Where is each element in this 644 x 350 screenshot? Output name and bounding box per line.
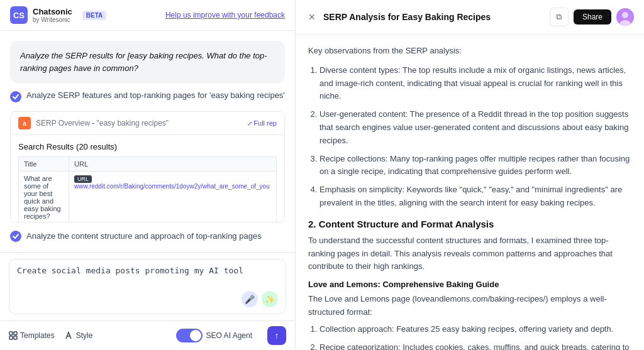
col-url: URL xyxy=(69,157,277,172)
serp-card-body: Search Results (20 results) Title URL Wh… xyxy=(11,135,284,222)
beta-badge: BETA xyxy=(82,11,106,20)
seo-toggle-label: SEO AI Agent xyxy=(206,331,252,340)
brand-name: Chatsonic xyxy=(33,7,72,16)
ai-icon[interactable]: ✨ xyxy=(262,291,278,307)
check-icon-2 xyxy=(13,233,19,239)
input-area: 🎤 ✨ xyxy=(0,252,295,320)
subsection1-title: Love and Lemons: Comprehensive Baking Gu… xyxy=(308,280,631,289)
observation-3: Recipe collections: Many top-ranking pag… xyxy=(319,153,631,179)
avatar xyxy=(616,8,634,26)
header: CS Chatsonic by Writesonic BETA Help us … xyxy=(0,0,295,31)
serp-card: a SERP Overview - "easy baking recipes" … xyxy=(10,111,285,222)
expand-icon: ⤢ xyxy=(247,120,252,127)
step-icon-2 xyxy=(10,231,21,242)
full-rep-button[interactable]: ⤢ Full rep xyxy=(247,119,277,127)
observation-4: Emphasis on simplicity: Keywords like "q… xyxy=(319,183,631,210)
input-box: 🎤 ✨ xyxy=(9,259,286,314)
ahrefs-icon: a xyxy=(18,117,31,129)
svg-rect-3 xyxy=(14,336,17,339)
style-button[interactable]: Style xyxy=(65,331,93,340)
templates-icon xyxy=(9,331,18,340)
user-message: Analyze the SERP results for [easy bakin… xyxy=(10,41,285,83)
right-panel: ✕ SERP Analysis for Easy Baking Recipes … xyxy=(296,0,644,350)
serp-results-title: Search Results (20 results) xyxy=(18,141,277,151)
col-title: Title xyxy=(19,157,69,172)
intro-text: Key observations from the SERP analysis: xyxy=(308,45,631,58)
input-actions: 🎤 ✨ xyxy=(17,291,278,307)
svg-rect-2 xyxy=(9,336,13,339)
right-title: SERP Analysis for Easy Baking Recipes xyxy=(323,12,545,22)
check-icon xyxy=(13,94,19,100)
right-header: ✕ SERP Analysis for Easy Baking Recipes … xyxy=(296,0,644,35)
send-button[interactable]: ↑ xyxy=(267,326,286,345)
observation-2: User-generated content: The presence of … xyxy=(319,108,631,147)
subsection1-item-2: Recipe categorization: Includes cookies,… xyxy=(319,341,631,350)
section2-intro: To understand the successful content str… xyxy=(308,234,631,273)
feedback-link[interactable]: Help us improve with your feedback xyxy=(165,11,285,19)
seo-toggle-switch[interactable] xyxy=(176,329,203,342)
serp-card-header: a SERP Overview - "easy baking recipes" … xyxy=(11,112,284,135)
brand-info: Chatsonic by Writesonic xyxy=(33,7,72,23)
observations-list: Diverse content types: The top results i… xyxy=(308,64,631,210)
share-button[interactable]: Share xyxy=(574,9,611,25)
left-panel: CS Chatsonic by Writesonic BETA Help us … xyxy=(0,0,296,350)
templates-button[interactable]: Templates xyxy=(9,331,55,340)
svg-point-5 xyxy=(622,12,628,18)
table-row: What are some of your best quick and eas… xyxy=(19,172,277,223)
subsection1-list: Collection approach: Features 25 easy ba… xyxy=(308,323,631,350)
brand-sub: by Writesonic xyxy=(33,16,72,23)
copy-button[interactable]: ⧉ xyxy=(550,8,569,26)
url-link[interactable]: www.reddit.com/r/Baking/comments/1doyw2y… xyxy=(74,183,270,190)
step-text-1: Analyze SERP features and top-ranking pa… xyxy=(26,90,285,100)
templates-label: Templates xyxy=(20,331,55,340)
table-cell-url: URL www.reddit.com/r/Baking/comments/1do… xyxy=(69,172,277,223)
step-icon-1 xyxy=(10,91,21,102)
style-label: Style xyxy=(76,331,93,340)
section2-title: 2. Content Structure and Format Analysis xyxy=(308,219,631,229)
url-badge: URL xyxy=(74,175,92,183)
bottom-bar: Templates Style SEO AI Agent ↑ xyxy=(0,320,295,350)
chat-input[interactable] xyxy=(17,266,278,285)
avatar-image xyxy=(616,8,634,26)
svg-rect-0 xyxy=(9,332,13,335)
seo-toggle: SEO AI Agent xyxy=(176,329,252,342)
observation-1: Diverse content types: The top results i… xyxy=(319,64,631,103)
logo-icon: CS xyxy=(10,6,28,24)
svg-rect-1 xyxy=(14,332,17,335)
right-content: Key observations from the SERP analysis:… xyxy=(296,35,644,350)
subsection1-intro: The Love and Lemons page (loveandlemons.… xyxy=(308,293,631,319)
ai-step-1: Analyze SERP features and top-ranking pa… xyxy=(10,90,285,102)
chat-area: Analyze the SERP results for [easy bakin… xyxy=(0,31,295,252)
table-cell-title: What are some of your best quick and eas… xyxy=(19,172,69,223)
close-button[interactable]: ✕ xyxy=(306,11,318,23)
toggle-knob xyxy=(190,330,201,341)
serp-card-title: SERP Overview - "easy baking recipes" xyxy=(36,119,169,128)
step-text-2: Analyze the content structure and approa… xyxy=(26,231,262,241)
sound-icon[interactable]: 🎤 xyxy=(242,291,258,307)
ai-step-2: Analyze the content structure and approa… xyxy=(10,230,285,242)
style-icon xyxy=(65,331,74,340)
serp-table: Title URL What are some of your best qui… xyxy=(18,156,277,222)
subsection1-item-1: Collection approach: Features 25 easy ba… xyxy=(319,323,631,336)
